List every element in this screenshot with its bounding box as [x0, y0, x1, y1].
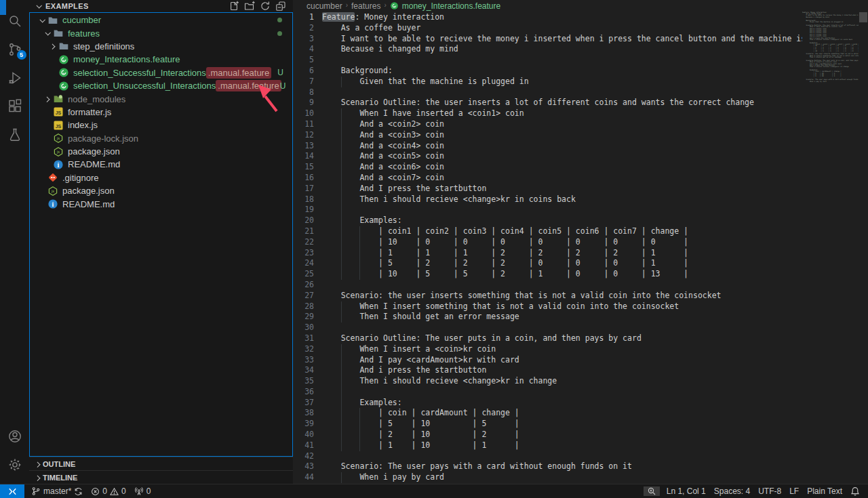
code-line[interactable]: 7 Given that the machine is plugged in: [293, 77, 802, 87]
code-line[interactable]: 16 And a <coin7> coin: [293, 173, 802, 184]
code-line[interactable]: 4 Because i changed my mind: [293, 44, 802, 55]
extensions-icon[interactable]: [7, 98, 23, 115]
search-icon[interactable]: [7, 13, 23, 29]
code-line[interactable]: 3 I want to be able to recieve the money…: [293, 34, 802, 45]
code-line[interactable]: 8: [293, 87, 802, 98]
breadcrumb-item-cucumber[interactable]: cucumber: [307, 1, 342, 11]
code-line[interactable]: 33 And I pay <cardAmount>kr with card: [293, 355, 802, 366]
code-line[interactable]: 25 | 10 | 5 | 5 | 2 | 1 | 0 | 0 | 13 |: [293, 269, 802, 280]
code-line[interactable]: 38 | coin | cardAmount | change |: [293, 408, 802, 419]
tree-item-package-json[interactable]: jspackage.json: [30, 145, 292, 158]
code-line[interactable]: 2 As a coffee buyer: [293, 23, 802, 34]
code-line[interactable]: 34 And i press the startbutton: [293, 365, 802, 376]
code-line[interactable]: 5: [293, 55, 802, 66]
code-line[interactable]: 26: [293, 280, 802, 291]
code-line[interactable]: 1Feature: Money interaction: [293, 12, 802, 23]
chevron-down-icon[interactable]: [42, 28, 53, 39]
explorer-section-header[interactable]: EXAMPLES: [29, 0, 293, 12]
source-control-icon[interactable]: 5: [7, 41, 23, 58]
code-line[interactable]: 27 Scenario: the user inserts something …: [293, 291, 802, 302]
refresh-icon[interactable]: [260, 1, 271, 12]
code-line[interactable]: 18 Then i should recieve <change>kr in c…: [293, 194, 802, 205]
tree-item-money-interactions-feature[interactable]: money_Interactions.feature: [30, 53, 292, 66]
code-line[interactable]: 37 Examples:: [293, 398, 802, 409]
line-text: | 1 | 1 | 1 | 2 | 2 | 2 | 2 | 1 |: [314, 248, 688, 259]
code-line[interactable]: 10 When I have inserted a <coin1> coin: [293, 108, 802, 119]
code-line[interactable]: 40 | 2 | 10 | 2 |: [293, 430, 802, 440]
tree-item--gitignore[interactable]: .gitignore: [30, 171, 292, 184]
code-line[interactable]: 41 | 1 | 10 | 1 |: [293, 440, 802, 451]
language-mode-item[interactable]: Plain Text: [803, 486, 846, 496]
minimap[interactable]: Feature: Money interaction As a coffee b…: [802, 12, 859, 484]
tree-item-selection-successful-interactions[interactable]: selection_Successful_Interactions.manual…: [30, 66, 292, 79]
tree-item-cucumber[interactable]: cucumber: [30, 14, 292, 26]
code-line[interactable]: 44 When i pay by card: [293, 472, 802, 483]
git-branch-item[interactable]: master*: [27, 486, 87, 496]
remote-indicator[interactable]: [0, 484, 24, 498]
tree-item-step-definitions[interactable]: step_definitions: [30, 40, 292, 53]
tree-item-package-json[interactable]: jspackage.json: [30, 184, 292, 197]
info-icon: i: [47, 199, 58, 209]
outline-section[interactable]: OUTLINE: [29, 457, 293, 470]
code-line[interactable]: 13 And a <coin4> coin: [293, 141, 802, 152]
run-debug-icon[interactable]: [7, 70, 23, 86]
code-line[interactable]: 29 Then I should get an error message: [293, 312, 802, 323]
collapse-folders-icon[interactable]: [275, 1, 286, 12]
code-line[interactable]: 32 When I insert a <coin>kr coin: [293, 344, 802, 355]
code-line[interactable]: 6 Background:: [293, 66, 802, 77]
notifications-bell-icon[interactable]: [846, 486, 864, 496]
ports-item[interactable]: 0: [130, 486, 155, 496]
code-line[interactable]: 22 | 10 | 0 | 0 | 0 | 0 | 0 | 0 | 0 |: [293, 237, 802, 248]
tree-item-node-modules[interactable]: node_modules: [30, 92, 292, 105]
indentation-item[interactable]: Spaces: 4: [710, 486, 754, 496]
code-line[interactable]: 11 And a <coin2> coin: [293, 119, 802, 130]
testing-icon[interactable]: [7, 127, 23, 143]
breadcrumb-item-features[interactable]: features: [351, 1, 380, 11]
error-count: 0: [102, 486, 107, 496]
code-line[interactable]: 28 When I insert something that is not a…: [293, 302, 802, 312]
code-line[interactable]: 14 And a <coin5> coin: [293, 151, 802, 162]
line-text: [314, 323, 322, 333]
cursor-position[interactable]: Ln 1, Col 1: [663, 486, 710, 496]
indent-guide: [341, 387, 342, 398]
chevron-right-icon[interactable]: [42, 94, 53, 104]
tree-item-readme-md[interactable]: iREADME.md: [30, 158, 292, 171]
code-line[interactable]: 39 | 5 | 10 | 5 |: [293, 419, 802, 430]
tree-item-features[interactable]: features: [30, 26, 292, 39]
code-line[interactable]: 30: [293, 323, 802, 333]
code-line[interactable]: 24 | 5 | 2 | 2 | 2 | 0 | 0 | 0 | 1 |: [293, 258, 802, 269]
account-icon[interactable]: [7, 428, 23, 444]
code-line[interactable]: 15 And a <coin6> coin: [293, 162, 802, 173]
chevron-right-icon[interactable]: [47, 41, 58, 51]
code-line[interactable]: 42: [293, 451, 802, 462]
tree-item-selection-unsuccessful-interactions[interactable]: selection_Unsuccessful_Interactions.manu…: [30, 79, 292, 92]
code-line[interactable]: 19: [293, 205, 802, 215]
zoom-status-item[interactable]: [644, 486, 660, 496]
timeline-section[interactable]: TIMELINE: [29, 470, 293, 484]
tree-item-package-lock-json[interactable]: jspackage-lock.json: [30, 132, 292, 145]
tree-item-readme-md[interactable]: iREADME.md: [30, 197, 292, 210]
code-line[interactable]: 17 And I press the startbutton: [293, 184, 802, 194]
code-line[interactable]: 21 | coin1 | coin2 | coin3 | coin4 | coi…: [293, 226, 802, 237]
code-line[interactable]: 20 Examples:: [293, 215, 802, 226]
code-line[interactable]: 36: [293, 387, 802, 398]
code-line[interactable]: 23 | 1 | 1 | 1 | 2 | 2 | 2 | 2 | 1 |: [293, 248, 802, 259]
code-line[interactable]: 31 Scenario Outline: The user puts in a …: [293, 333, 802, 344]
chevron-down-icon[interactable]: [37, 15, 47, 26]
new-folder-icon[interactable]: [244, 1, 255, 12]
tree-item-formatter-js[interactable]: JSformatter.js: [30, 106, 292, 119]
code-line[interactable]: 35 Then i should recieve <change>kr in c…: [293, 376, 802, 387]
new-file-icon[interactable]: [229, 1, 239, 12]
problems-item[interactable]: 0 0: [87, 486, 130, 496]
encoding-item[interactable]: UTF-8: [754, 486, 785, 496]
editor-scrollbar[interactable]: [859, 12, 868, 484]
code-line[interactable]: 12 And a <coin3> coin: [293, 130, 802, 141]
code-editor[interactable]: 1Feature: Money interaction2 As a coffee…: [293, 12, 868, 484]
tree-item-index-js[interactable]: JSindex.js: [30, 119, 292, 131]
settings-gear-icon[interactable]: [7, 457, 23, 473]
code-line[interactable]: 43 Scenario: The user pays with a card w…: [293, 461, 802, 472]
eol-item[interactable]: LF: [785, 486, 803, 496]
scrollbar-thumb[interactable]: [859, 12, 867, 22]
code-line[interactable]: 9 Scenario Outline: the user inserts a l…: [293, 98, 802, 108]
breadcrumb-item-file[interactable]: money_Interactions.feature: [402, 1, 500, 11]
